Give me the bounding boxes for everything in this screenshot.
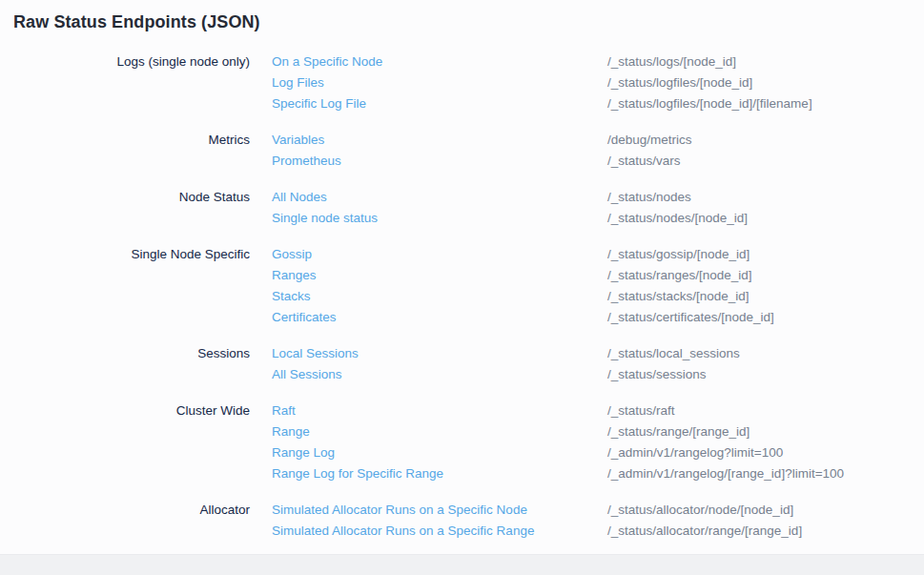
endpoint-row: Gossip /_status/gossip/[node_id] [272, 244, 924, 265]
endpoint-row: Local Sessions /_status/local_sessions [272, 343, 924, 364]
endpoint-link[interactable]: Log Files [272, 72, 607, 93]
endpoint-row: Prometheus /_status/vars [272, 151, 924, 172]
endpoint-rows: Simulated Allocator Runs on a Specific N… [272, 500, 924, 542]
endpoint-url: /_status/stacks/[node_id] [607, 286, 924, 307]
endpoint-link[interactable]: Specific Log File [272, 93, 607, 114]
category-label: Sessions [0, 343, 272, 385]
category-label: Node Status [0, 187, 272, 229]
footer-strip [0, 554, 924, 575]
category-label: Single Node Specific [0, 244, 272, 328]
endpoint-link[interactable]: Gossip [272, 244, 607, 265]
endpoint-rows: Local Sessions /_status/local_sessions A… [272, 343, 924, 385]
endpoint-url: /_status/nodes [607, 187, 924, 208]
endpoint-url: /_status/sessions [607, 364, 924, 385]
endpoint-link[interactable]: Raft [272, 400, 607, 421]
endpoint-section: Cluster Wide Raft /_status/raft Range /_… [0, 400, 924, 484]
endpoint-url: /debug/metrics [607, 130, 924, 151]
endpoint-row: All Nodes /_status/nodes [272, 187, 924, 208]
endpoint-row: Variables /debug/metrics [272, 130, 924, 151]
endpoint-row: Certificates /_status/certificates/[node… [272, 307, 924, 328]
endpoint-rows: Variables /debug/metrics Prometheus /_st… [272, 130, 924, 172]
endpoint-rows: On a Specific Node /_status/logs/[node_i… [272, 51, 924, 114]
endpoint-row: Ranges /_status/ranges/[node_id] [272, 265, 924, 286]
endpoint-row: Raft /_status/raft [272, 400, 924, 421]
endpoint-url: /_status/vars [607, 151, 924, 172]
endpoint-link[interactable]: Variables [272, 130, 607, 151]
endpoint-url: /_status/gossip/[node_id] [607, 244, 924, 265]
endpoint-url: /_status/logfiles/[node_id] [607, 72, 924, 93]
endpoint-link[interactable]: On a Specific Node [272, 51, 607, 72]
endpoint-link[interactable]: All Sessions [272, 364, 607, 385]
endpoint-row: Range /_status/range/[range_id] [272, 421, 924, 442]
endpoint-link[interactable]: Range Log [272, 442, 607, 463]
endpoint-rows: All Nodes /_status/nodes Single node sta… [272, 187, 924, 229]
endpoint-row: Simulated Allocator Runs on a Specific R… [272, 521, 924, 542]
endpoint-row: Simulated Allocator Runs on a Specific N… [272, 500, 924, 521]
endpoint-row: Range Log for Specific Range /_admin/v1/… [272, 463, 924, 484]
endpoint-section: Metrics Variables /debug/metrics Prometh… [0, 130, 924, 172]
endpoint-section: Sessions Local Sessions /_status/local_s… [0, 343, 924, 385]
endpoint-url: /_status/nodes/[node_id] [607, 208, 924, 229]
endpoint-link[interactable]: Local Sessions [272, 343, 607, 364]
endpoint-link[interactable]: Simulated Allocator Runs on a Specific N… [272, 500, 607, 521]
category-label: Metrics [0, 130, 272, 172]
endpoint-url: /_status/range/[range_id] [607, 421, 924, 442]
endpoint-url: /_status/allocator/node/[node_id] [607, 500, 924, 521]
endpoint-link[interactable]: All Nodes [272, 187, 607, 208]
endpoint-url: /_status/logfiles/[node_id]/[filename] [607, 93, 924, 114]
endpoint-rows: Gossip /_status/gossip/[node_id] Ranges … [272, 244, 924, 328]
endpoint-url: /_status/local_sessions [607, 343, 924, 364]
category-label: Cluster Wide [0, 400, 272, 484]
endpoint-row: Specific Log File /_status/logfiles/[nod… [272, 93, 924, 114]
endpoint-row: All Sessions /_status/sessions [272, 364, 924, 385]
endpoint-row: Single node status /_status/nodes/[node_… [272, 208, 924, 229]
category-label: Allocator [0, 500, 272, 542]
endpoint-url: /_status/certificates/[node_id] [607, 307, 924, 328]
endpoint-url: /_admin/v1/rangelog/[range_id]?limit=100 [607, 463, 924, 484]
endpoint-link[interactable]: Stacks [272, 286, 607, 307]
endpoint-link[interactable]: Simulated Allocator Runs on a Specific R… [272, 521, 607, 542]
endpoint-row: Stacks /_status/stacks/[node_id] [272, 286, 924, 307]
endpoints-table: Logs (single node only) On a Specific No… [0, 51, 924, 542]
page-title: Raw Status Endpoints (JSON) [13, 12, 924, 32]
endpoint-section: Allocator Simulated Allocator Runs on a … [0, 500, 924, 542]
endpoint-link[interactable]: Ranges [272, 265, 607, 286]
endpoint-link[interactable]: Range Log for Specific Range [272, 463, 607, 484]
category-label: Logs (single node only) [0, 51, 272, 114]
endpoint-rows: Raft /_status/raft Range /_status/range/… [272, 400, 924, 484]
endpoint-link[interactable]: Prometheus [272, 151, 607, 172]
endpoint-url: /_status/logs/[node_id] [607, 51, 924, 72]
endpoint-row: Log Files /_status/logfiles/[node_id] [272, 72, 924, 93]
endpoint-url: /_status/raft [607, 400, 924, 421]
endpoint-url: /_status/ranges/[node_id] [607, 265, 924, 286]
endpoint-url: /_admin/v1/rangelog?limit=100 [607, 442, 924, 463]
endpoint-section: Logs (single node only) On a Specific No… [0, 51, 924, 114]
endpoint-link[interactable]: Certificates [272, 307, 607, 328]
endpoint-section: Single Node Specific Gossip /_status/gos… [0, 244, 924, 328]
endpoint-url: /_status/allocator/range/[range_id] [607, 521, 924, 542]
endpoint-section: Node Status All Nodes /_status/nodes Sin… [0, 187, 924, 229]
endpoint-link[interactable]: Single node status [272, 208, 607, 229]
endpoint-row: On a Specific Node /_status/logs/[node_i… [272, 51, 924, 72]
endpoint-row: Range Log /_admin/v1/rangelog?limit=100 [272, 442, 924, 463]
endpoint-link[interactable]: Range [272, 421, 607, 442]
